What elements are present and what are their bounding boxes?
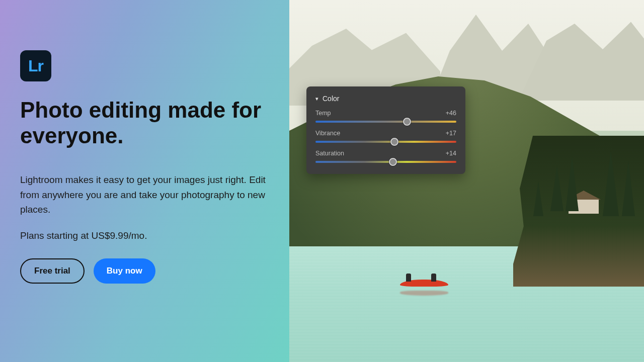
hero-headline: Photo editing made for everyone. <box>20 98 274 148</box>
slider-thumb[interactable] <box>403 118 411 126</box>
lightroom-logo-icon: Lr <box>20 50 51 81</box>
chevron-down-icon: ▾ <box>315 96 318 102</box>
slider-track[interactable] <box>315 141 456 143</box>
color-panel-header[interactable]: ▾ Color <box>315 95 456 103</box>
vibrance-slider[interactable]: Vibrance +17 <box>315 130 456 143</box>
slider-value: +17 <box>446 130 456 137</box>
slider-label: Vibrance <box>315 130 340 137</box>
color-panel: ▾ Color Temp +46 Vibrance +17 <box>306 86 465 174</box>
canoe-reflection <box>400 291 448 296</box>
slider-value: +46 <box>446 110 456 117</box>
buy-now-button[interactable]: Buy now <box>94 258 155 284</box>
slider-thumb[interactable] <box>389 158 397 166</box>
plans-line: Plans starting at US$9.99/mo. <box>20 230 274 241</box>
landing-page: Lr Photo editing made for everyone. Ligh… <box>0 0 644 362</box>
hero-image: ▾ Color Temp +46 Vibrance +17 <box>289 0 644 362</box>
slider-thumb[interactable] <box>390 138 398 146</box>
slider-label: Temp <box>315 110 331 117</box>
color-panel-title: Color <box>323 95 339 103</box>
free-trial-button[interactable]: Free trial <box>20 258 85 284</box>
slider-track[interactable] <box>315 161 456 163</box>
temp-slider[interactable]: Temp +46 <box>315 110 456 123</box>
slider-value: +14 <box>446 150 456 157</box>
slider-label: Saturation <box>315 150 344 157</box>
hero-left: Lr Photo editing made for everyone. Ligh… <box>0 0 289 362</box>
logo-text: Lr <box>28 57 43 75</box>
slider-track[interactable] <box>315 121 456 123</box>
canoe-icon <box>400 280 448 287</box>
cta-row: Free trial Buy now <box>20 258 274 284</box>
saturation-slider[interactable]: Saturation +14 <box>315 150 456 163</box>
hero-subcopy: Lightroom makes it easy to get your imag… <box>20 172 274 217</box>
